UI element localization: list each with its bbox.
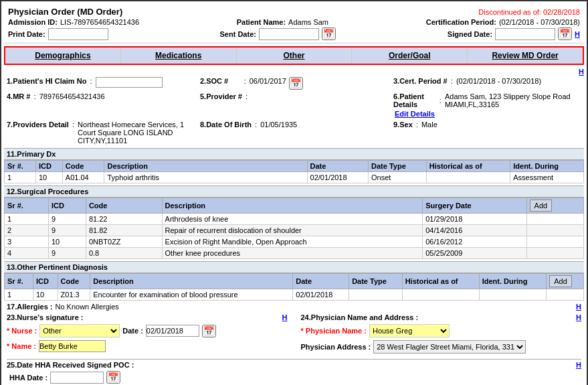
patient-info: 1.Patient's HI Claim No : 2.SOC # : 06/0… [7,77,581,146]
add-surgical-btn[interactable]: Add [530,200,553,212]
cell-icd: 9 [48,225,86,236]
allergies-val: No Known Allergies [55,303,118,311]
primary-dx-section: 11.Primary Dx Sr #. ICD Code Description… [4,148,584,183]
od-col-add: Add [547,274,584,289]
colon1: : [88,77,94,85]
primary-dx-table: Sr #. ICD Code Description Date Date Typ… [4,160,584,183]
soc-cal-btn[interactable]: 📅 [289,77,303,90]
nurse-date-cal-btn[interactable]: 📅 [202,325,216,337]
nurse-date-label: Date : [122,327,143,335]
table-row: 2 9 81.82 Repair of recurrent dislocatio… [5,225,584,236]
print-date-label: Print Date: [8,30,45,38]
sp-col-date: Surgery Date [423,198,526,214]
cell-sr: 3 [5,236,49,248]
cell-sr: 1 [5,172,36,183]
physician-address-select[interactable]: 28 West Flagler Street Miami, Florida, 3… [373,340,526,354]
add-other-diag-btn[interactable]: Add [549,275,572,287]
soc-label: 2.SOC # [200,77,228,85]
colon5: : [243,92,250,100]
allergies-label: 17.Allergies : [7,303,52,311]
cell-icd: 10 [48,236,86,248]
physician-section: 24.Physician Name and Address : H * Phys… [301,313,582,356]
hha-h-link[interactable]: H [576,361,581,369]
header: Physician Order (MD Order) Discontinued … [4,4,584,44]
cell-sr: 1 [5,289,33,301]
hha-date-label: HHA Date : [9,374,47,382]
physician-h-link[interactable]: H [576,313,581,321]
other-diag-table: Sr #. ICD Code Description Date Date Typ… [4,273,584,301]
col-desc: Description [104,161,307,172]
cell-date-type: Onset [369,172,427,183]
tab-review-md-order[interactable]: Review MD Order [468,48,583,64]
nurse-date-input[interactable] [146,325,199,337]
patient-hi-input[interactable] [96,77,163,88]
surgical-proc-title: 12.Surgical Procedures [4,185,584,198]
cell-sr: 2 [5,225,49,236]
sent-date-input[interactable] [259,28,319,40]
header-h-link[interactable]: H [575,30,580,38]
hha-date-cal-btn[interactable]: 📅 [106,371,120,384]
dob-val: 01/05/1935 [260,121,297,129]
edit-details-link[interactable]: Edit Details [395,110,435,118]
print-date-input[interactable] [48,28,108,40]
od-col-code: Code [58,274,90,289]
nurse-sig-h-link[interactable]: H [282,313,288,321]
signed-date-cal-btn[interactable]: 📅 [558,27,572,40]
cell-desc: Other knee procedures [162,248,423,259]
col-date-type: Date Type [369,161,427,172]
mr-val: 7897654654321436 [39,92,105,100]
tab-medications[interactable]: Medications [121,48,237,64]
cell-icd: 9 [48,214,86,225]
name-input[interactable] [39,340,106,352]
colon3: : [449,77,455,85]
hha-date-input[interactable] [50,372,104,384]
top-h-link[interactable]: H [579,68,584,76]
sent-date-label: Sent Date: [220,30,256,38]
tab-order-goal[interactable]: Order/Goal [352,48,468,64]
sp-col-sr: Sr #. [5,198,49,214]
tab-demographics[interactable]: Demographics [5,48,121,64]
sex-label: 9.Sex [393,121,413,129]
cell-icd: 9 [48,248,86,259]
od-col-historical: Historical as of [402,274,479,289]
cell-desc: Typhoid arthritis [104,172,307,183]
allergies-row: 17.Allergies : No Known Allergies H [7,303,581,311]
cert-period-val: (02/1/2018 - 07/30/2018) [499,18,580,26]
nurse-select[interactable]: Other Betty Burke [39,324,120,337]
col-historical: Historical as of [426,161,510,172]
soc-val: 06/01/2017 [250,77,286,85]
cell-desc: Encounter for examination of blood press… [90,289,293,301]
cell-code: Z01.3 [58,289,90,301]
cell-date: 04/14/2016 [423,225,526,236]
od-col-date-type: Date Type [349,274,403,289]
col-ident: Ident. During [510,161,584,172]
signature-section: 23.Nurse's signature : H * Nurse : Other… [7,313,581,356]
signed-date-input[interactable] [495,28,555,40]
other-diag-title: 13.Other Pertinent Diagnosis [4,261,584,273]
cell-desc: Repair of recurrent dislocation of shoul… [162,225,423,236]
allergies-h-link[interactable]: H [576,303,581,311]
cell-code: 0NBT0ZZ [86,236,162,248]
physician-name-select[interactable]: House Greg [369,324,450,337]
col-sr: Sr #. [5,161,36,172]
patient-name-val: Adams Sam [288,18,328,26]
patient-hi-label: 1.Patient's HI Claim No [7,77,86,85]
table-row: 4 9 0.8 Other knee procedures 05/25/2009 [5,248,584,259]
hha-date-row: HHA Date : 📅 [9,371,579,384]
cell-historical [402,289,479,301]
cell-sr: 1 [5,214,49,225]
discontinued-label: Discontinued as of: 02/28/2018 [478,8,580,16]
nurse-sig-title: 23.Nurse's signature : [7,313,84,321]
sent-date-cal-btn[interactable]: 📅 [322,27,336,40]
col-code: Code [62,161,104,172]
providers-detail-label: 7.Providers Detail [7,121,69,129]
table-row: 1 9 81.22 Arthrodesis of knee 01/29/2018 [5,214,584,225]
cell-date: 02/01/2018 [307,172,368,183]
od-col-sr: Sr #. [5,274,33,289]
tab-other[interactable]: Other [237,48,353,64]
cell-sr: 4 [5,248,49,259]
table-row: 1 10 Z01.3 Encounter for examination of … [5,289,584,301]
physician-title: 24.Physician Name and Address : [301,313,419,321]
tab-bar: Demographics Medications Other Order/Goa… [4,46,584,65]
sp-col-code: Code [86,198,162,214]
